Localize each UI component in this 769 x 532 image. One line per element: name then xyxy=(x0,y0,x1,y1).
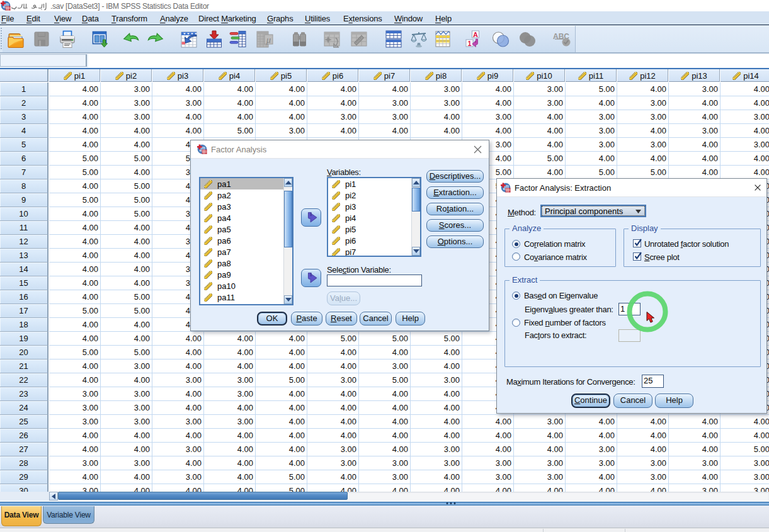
svg-text:μ: μ xyxy=(266,35,271,45)
svg-text:1: 1 xyxy=(467,40,471,47)
svg-text:A: A xyxy=(473,31,478,38)
